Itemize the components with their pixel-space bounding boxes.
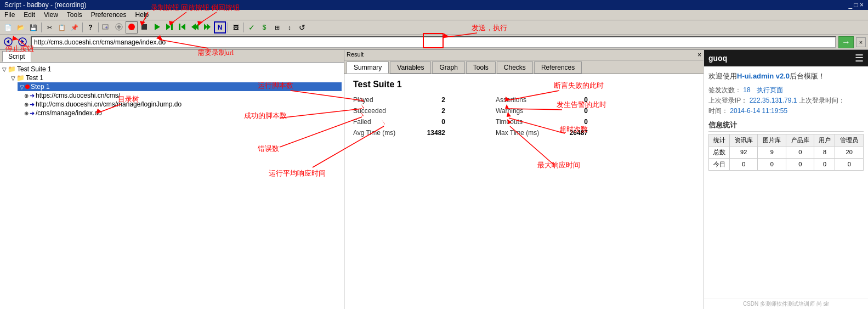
- expand-icon-url2: ⊕: [24, 102, 29, 108]
- sort-btn[interactable]: ↕: [283, 21, 296, 33]
- screenshot-btn[interactable]: 🖼: [230, 21, 242, 33]
- tab-references[interactable]: References: [534, 61, 582, 74]
- menu-file[interactable]: File: [0, 10, 19, 20]
- admin-login-count: 签发次数： 18 执行页面: [708, 86, 864, 95]
- address-bar: → ×: [0, 35, 868, 50]
- failed-row: Failed 0: [353, 117, 485, 127]
- info-stats-title: 信息统计: [708, 120, 864, 132]
- max-time-label: Max Time (ms): [496, 129, 551, 137]
- right-panel: Result × Summary Variables Graph Tools C…: [344, 50, 704, 309]
- add-step-btn[interactable]: [113, 21, 125, 33]
- go-button[interactable]: →: [838, 36, 854, 48]
- arrow-icon-url3: ➜: [30, 110, 35, 117]
- n-btn[interactable]: N: [214, 21, 226, 33]
- menu-edit[interactable]: Edit: [19, 10, 39, 20]
- url-input[interactable]: [31, 36, 836, 48]
- failed-label: Failed: [353, 118, 408, 126]
- grid-btn[interactable]: ⊞: [271, 21, 283, 33]
- timeouts-value: 0: [555, 118, 588, 126]
- max-time-value: 26487: [555, 129, 588, 137]
- menu-tools[interactable]: Tools: [63, 10, 87, 20]
- today-news: 0: [730, 158, 758, 170]
- played-row: Played 2: [353, 95, 485, 105]
- tree-item-url3[interactable]: ⊕ ➜ /cms/manage/index.do: [24, 109, 342, 117]
- last-login-time-label: 时间：: [708, 107, 728, 115]
- avg-time-label: Avg Time (ms): [353, 129, 408, 137]
- tab-graph[interactable]: Graph: [432, 61, 464, 74]
- svg-marker-17: [7, 40, 9, 44]
- tree-item-step1[interactable]: ▽ Step 1: [18, 82, 342, 91]
- title-bar: Script - badboy - (recording) _ □ ×: [0, 0, 868, 10]
- menu-help[interactable]: Help: [131, 10, 154, 20]
- fast-forward-btn[interactable]: [201, 21, 213, 33]
- check-btn[interactable]: ✓: [246, 21, 258, 33]
- avg-time-row: Avg Time (ms) 13482: [353, 128, 485, 138]
- script-tab-bar: Script: [0, 50, 344, 63]
- assertions-label: Assertions: [496, 96, 551, 104]
- execute-page-link[interactable]: 执行页面: [757, 86, 783, 94]
- admin-username: guoq: [708, 54, 727, 63]
- arrow-icon-url2: ➜: [30, 101, 35, 108]
- admin-welcome-text: 欢迎使用H-ui.admin v2.0后台模版！: [708, 71, 864, 82]
- back-btn[interactable]: [2, 36, 14, 48]
- add-url-btn[interactable]: +: [100, 21, 112, 33]
- suite-label: Test Suite 1: [17, 65, 52, 73]
- url1-label: https://cms.duoceshi.cn/cms/: [36, 92, 120, 99]
- today-label: 今日: [709, 158, 730, 170]
- help-icon-btn[interactable]: ?: [84, 21, 97, 33]
- svg-marker-19: [21, 40, 24, 44]
- step-forward-btn[interactable]: [163, 21, 175, 33]
- url3-label: /cms/manage/index.do: [36, 109, 102, 117]
- right-panel-header: Result ×: [344, 50, 704, 60]
- record-btn[interactable]: [126, 21, 138, 33]
- window-title: Script - badboy - (recording): [4, 1, 86, 9]
- new-btn[interactable]: 📄: [2, 21, 14, 33]
- tree-item-url1[interactable]: ⊕ ➜ https://cms.duoceshi.cn/cms/: [24, 91, 342, 100]
- rewind-btn[interactable]: [189, 21, 201, 33]
- failed-value: 0: [412, 118, 445, 126]
- copy-btn[interactable]: 📋: [56, 21, 68, 33]
- step-back-btn[interactable]: [176, 21, 188, 33]
- stats-row-today: 今日 0 0 0 0 0: [709, 158, 864, 170]
- dollar-btn[interactable]: $: [258, 21, 270, 33]
- admin-content: 欢迎使用H-ui.admin v2.0后台模版！ 签发次数： 18 执行页面 上…: [704, 66, 868, 299]
- tab-summary[interactable]: Summary: [347, 61, 389, 74]
- close-right-panel-btn[interactable]: ×: [697, 51, 701, 59]
- played-label: Played: [353, 96, 408, 104]
- stop-btn[interactable]: [138, 21, 150, 33]
- refresh-btn[interactable]: ↺: [296, 21, 308, 33]
- tab-checks[interactable]: Checks: [497, 61, 533, 74]
- admin-header: guoq ☰: [704, 50, 868, 66]
- admin-last-login-time: 时间： 2014-6-14 11:19:55: [708, 106, 864, 116]
- admin-menu-icon[interactable]: ☰: [855, 52, 864, 64]
- expand-icon-suite: ▽: [2, 66, 7, 72]
- paste-btn[interactable]: 📌: [69, 21, 81, 33]
- svg-marker-8: [166, 24, 171, 30]
- open-btn[interactable]: 📂: [15, 21, 27, 33]
- close-address-btn[interactable]: ×: [856, 37, 866, 47]
- today-img: 0: [758, 158, 786, 170]
- summary-grid: Played 2 Assertions 0 Succeeded 2: [353, 95, 627, 138]
- script-tab[interactable]: Script: [2, 51, 31, 62]
- save-btn[interactable]: 💾: [27, 21, 39, 33]
- summary-title: Test Suite 1: [353, 80, 695, 89]
- svg-rect-9: [171, 24, 173, 30]
- play-btn[interactable]: [151, 21, 163, 33]
- succeeded-row: Succeeded 2: [353, 106, 485, 116]
- tab-variables[interactable]: Variables: [390, 61, 431, 74]
- watermark: CSDN 多测师软件测试培训师 尚 sir: [704, 299, 868, 309]
- red-dot-step1: [25, 85, 30, 89]
- menu-view[interactable]: View: [39, 10, 63, 20]
- tree-item-test1[interactable]: ▽ 📁 Test 1: [11, 74, 342, 82]
- tree-item-suite[interactable]: ▽ 📁 Test Suite 1: [2, 65, 342, 74]
- total-user: 8: [814, 146, 835, 158]
- cut-btn[interactable]: ✂: [43, 21, 55, 33]
- expand-icon-test1: ▽: [11, 75, 15, 81]
- today-product: 0: [786, 158, 814, 170]
- forward-btn[interactable]: [16, 36, 29, 48]
- tree-item-url2[interactable]: ⊕ ➜ http://cms.duoceshi.cn/cms/manage/lo…: [24, 100, 342, 109]
- menu-preferences[interactable]: Preferences: [87, 10, 131, 20]
- tab-tools[interactable]: Tools: [466, 61, 496, 74]
- login-count-value: 18: [743, 86, 750, 94]
- col-header-news: 资讯库: [730, 134, 758, 146]
